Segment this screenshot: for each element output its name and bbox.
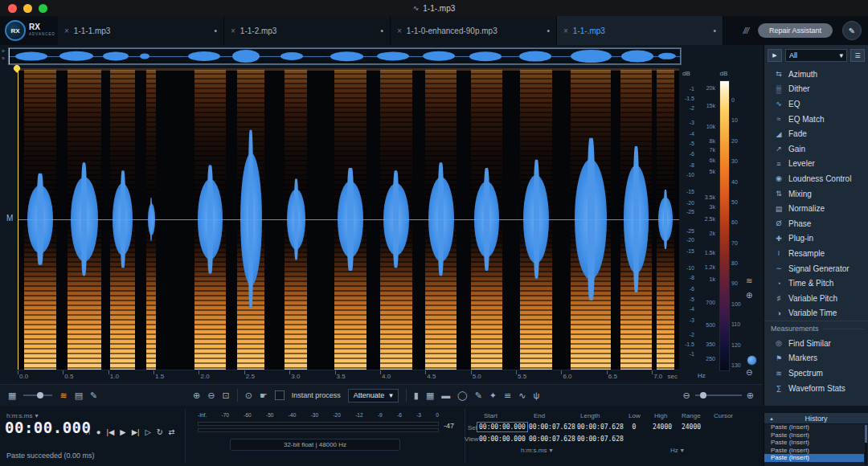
history-item[interactable]: Paste (Insert) (764, 439, 864, 447)
freq-ruler[interactable]: 20k15k10k8k7k6k5k3.5k3k2.5k2k1.5k1.2k1k7… (696, 68, 717, 370)
zoom-in-icon[interactable]: ⊕ (746, 291, 752, 300)
hand-tool-icon[interactable]: ☛ (260, 390, 268, 401)
module-item-find-similar[interactable]: ◎Find Similar (764, 336, 868, 351)
freq-low-field[interactable]: 0 (627, 423, 641, 431)
tab-close-icon[interactable]: × (563, 27, 568, 35)
zoom-out-icon[interactable]: ⊖ (746, 368, 752, 377)
module-item-spectrum[interactable]: ≋Spectrum (764, 366, 868, 381)
play-button[interactable]: ▶ (120, 427, 125, 436)
preview-play-button[interactable]: ▶ (768, 49, 782, 62)
record-button[interactable]: ● (96, 427, 101, 436)
timefreq-selection-tool[interactable]: ▦ (426, 390, 434, 401)
composite-view-icon[interactable]: /// (743, 26, 748, 35)
module-item-normalize[interactable]: ▤Normalize (764, 201, 868, 216)
go-to-start-button[interactable]: |◀ (107, 427, 115, 436)
overview-waveform[interactable] (8, 47, 682, 65)
instant-chain-tool[interactable]: ψ (534, 390, 540, 400)
module-item-plug-in[interactable]: ✚Plug-in (764, 231, 868, 247)
channel-label[interactable]: M (6, 214, 13, 223)
palette-icon[interactable]: ≋ (746, 276, 752, 285)
view-start-field[interactable]: 00:00:00.000 (479, 435, 526, 443)
module-item-fade[interactable]: ◢Fade (764, 126, 868, 141)
history-item[interactable]: Paste (Insert) (764, 454, 864, 462)
instant-process-checkbox[interactable] (275, 390, 285, 400)
minimize-window-button[interactable] (23, 4, 32, 13)
tab-1-1-mp3[interactable]: ×1-1-.mp3• (557, 16, 723, 45)
notes-icon[interactable]: ✎ (90, 390, 97, 401)
maximize-window-button[interactable] (39, 4, 47, 13)
module-item-leveler[interactable]: ≡Leveler (764, 157, 868, 172)
freq-range-field[interactable]: 24000 (677, 423, 706, 431)
magic-wand-tool[interactable]: ✦ (489, 390, 497, 401)
loop-button[interactable]: ↻ (157, 427, 163, 436)
draw-tool[interactable]: ∿ (518, 390, 526, 401)
output-meter-icon[interactable]: ▦ (8, 390, 16, 401)
tab-close-icon[interactable]: × (397, 27, 402, 35)
history-scrollbar[interactable] (865, 425, 867, 464)
module-item-dither[interactable]: ▒Dither (764, 82, 868, 97)
module-item-gain[interactable]: ↗Gain (764, 141, 868, 157)
overview-collapse-icon[interactable]: » (2, 48, 5, 54)
module-item-azimuth[interactable]: ⇆Azimuth (764, 67, 868, 82)
module-item-loudness-control[interactable]: ◉Loudness Control (764, 171, 868, 186)
history-item[interactable]: Paste (Insert) (764, 423, 864, 431)
view-end-field[interactable]: 00:00:07.628 (529, 435, 575, 443)
history-item[interactable]: Paste (Insert) (764, 431, 864, 439)
overview-collapse-icon-2[interactable]: » (2, 55, 5, 61)
panel-menu-icon[interactable]: ☰ (850, 49, 865, 62)
selection-time-format-select[interactable]: h:m:s.ms ▾ (521, 447, 552, 454)
freq-selection-tool[interactable]: ▬ (441, 390, 450, 400)
freq-high-field[interactable]: 24000 (648, 423, 677, 431)
view-length-field[interactable]: 00:00:07.628 (577, 435, 624, 443)
reset-zoom-button[interactable] (747, 355, 757, 366)
tab-1-1-2-mp3[interactable]: ×1-1-2.mp3• (224, 16, 391, 45)
layout-icon[interactable]: ▤ (75, 390, 83, 401)
playhead[interactable] (18, 68, 18, 370)
sel-start-field[interactable]: 00:00:00.000 (477, 422, 528, 432)
history-header[interactable]: ▲ History (764, 413, 868, 424)
time-selection-tool[interactable]: ▮ (414, 390, 419, 401)
module-filter-select[interactable]: All ▾ (785, 49, 847, 62)
repair-assistant-button[interactable]: Repair Assistant (758, 23, 833, 38)
module-item-eq-match[interactable]: ≈EQ Match (764, 112, 868, 127)
module-item-variable-pitch[interactable]: ♯Variable Pitch (764, 291, 868, 306)
brush-tool[interactable]: ✎ (475, 390, 482, 401)
magnifier-icon[interactable]: ⊙ (245, 390, 252, 401)
spectrogram-view[interactable] (18, 68, 679, 370)
history-scrollbar-thumb[interactable] (865, 425, 867, 443)
sel-end-field[interactable]: 00:00:07.628 (529, 423, 575, 431)
module-item-waveform-stats[interactable]: ∑Waveform Stats (764, 381, 868, 396)
zoom-out-icon[interactable]: ⊖ (207, 390, 215, 401)
history-item[interactable]: Paste (Insert) (764, 447, 864, 455)
monitor-button[interactable]: ∩ (85, 427, 91, 436)
module-item-time-pitch[interactable]: ◔Time & Pitch (764, 276, 868, 291)
module-item-resample[interactable]: ≀Resample (764, 246, 868, 261)
link-button[interactable]: ⇄ (169, 427, 175, 436)
monitor-volume-slider[interactable] (23, 394, 52, 396)
module-item-markers[interactable]: ⚑Markers (764, 351, 868, 366)
module-item-variable-time[interactable]: ◑Variable Time (764, 306, 868, 321)
history-expand-icon[interactable]: ▲ (769, 416, 774, 421)
time-ruler[interactable]: 0.00.51.01.52.02.53.03.54.04.55.05.56.06… (18, 370, 679, 382)
tab-1-1-1-mp3[interactable]: ×1-1-1.mp3• (58, 16, 224, 45)
go-to-end-button[interactable]: ▶| (132, 427, 140, 436)
sel-length-field[interactable]: 00:00:07.628 (577, 423, 624, 431)
zoom-selection-icon[interactable]: ⊡ (222, 390, 229, 401)
tab-1-1-0-enhanced-90p-mp3[interactable]: ×1-1-0-enhanced-90p.mp3• (391, 16, 557, 45)
zoom-in-icon[interactable]: ⊕ (193, 390, 200, 401)
spectrogram-settings-icon[interactable]: ≋ (59, 390, 67, 401)
tab-close-icon[interactable]: × (231, 27, 235, 35)
process-mode-select[interactable]: Attenuate ▾ (348, 389, 399, 403)
zoom-out-icon[interactable]: ⊖ (683, 390, 690, 401)
spectrogram-colorbar[interactable] (719, 80, 730, 371)
close-window-button[interactable] (8, 4, 17, 13)
play-selection-button[interactable]: ▷ (145, 427, 150, 436)
amp-ruler[interactable]: dB -1-1.5-2-3-4-5-6-8-10-15-20-25-25-20-… (681, 68, 696, 370)
tab-close-icon[interactable]: × (64, 27, 69, 35)
overview-playhead[interactable] (9, 48, 10, 64)
grab-tool-button[interactable]: ✎ (842, 21, 862, 40)
module-item-eq[interactable]: ∿EQ (764, 96, 868, 112)
amplify-tool[interactable]: ≌ (504, 390, 511, 401)
zoom-slider[interactable] (695, 394, 742, 396)
module-item-signal-generator[interactable]: ∼Signal Generator (764, 261, 868, 276)
